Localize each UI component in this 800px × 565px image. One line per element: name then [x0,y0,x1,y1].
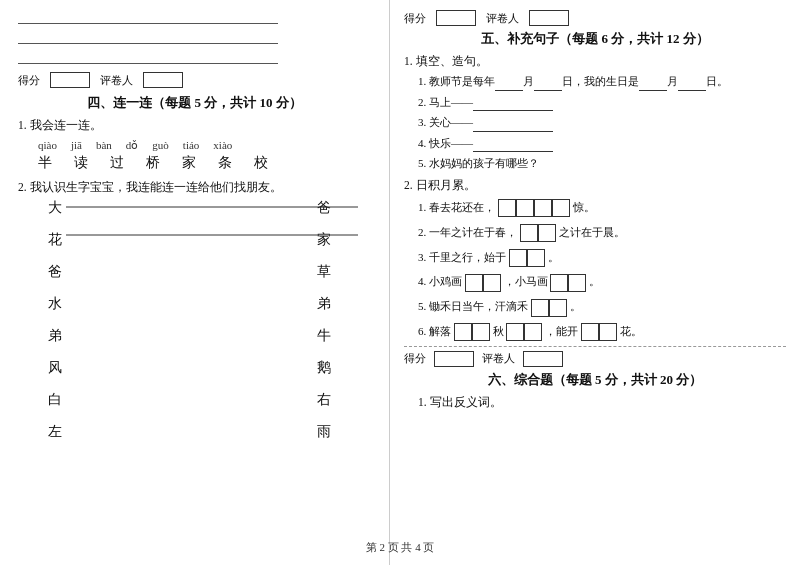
left-panel: 得分 评卷人 四、连一连（每题 5 分，共计 10 分） 1. 我会连一连。 q… [0,0,390,565]
blank-2 [473,98,553,111]
poem-4-boxes1 [465,274,501,292]
fill-item-4: 4. 快乐—— [418,135,786,153]
blank-1c [639,78,667,91]
box-5b [549,299,567,317]
page-container: 得分 评卷人 四、连一连（每题 5 分，共计 10 分） 1. 我会连一连。 q… [0,0,800,565]
poem-items: 1. 春去花还在， 惊。 2. 一年之计在于春， 之计在于晨。 [418,198,786,342]
poem-4-boxes2 [550,274,586,292]
box-6a [454,323,472,341]
hanzi-2: 读 [74,154,88,172]
rc-4: 弟 [317,295,331,313]
box-4d [568,274,586,292]
box-6f [599,323,617,341]
pinyin-7: xiào [213,139,232,152]
poem-6-boxes1 [454,323,490,341]
section6-review-box [523,351,563,367]
section6-score-box [434,351,474,367]
left-score-box [50,72,90,88]
lc-5: 弟 [48,327,62,345]
box-1d [552,199,570,217]
lc-6: 风 [48,359,62,377]
poem-2-boxes [520,224,556,242]
poem-6-boxes3 [581,323,617,341]
pinyin-5: guò [152,139,169,152]
blank-1a [495,78,523,91]
poem-5-boxes [531,299,567,317]
right-review-label: 评卷人 [486,11,519,26]
divider-1 [404,346,786,347]
box-6c [506,323,524,341]
r-q2-label: 2. 日积月累。 [404,178,786,193]
rc-7: 右 [317,391,331,409]
hanzi-7: 校 [254,154,268,172]
q2-label: 2. 我认识生字宝宝，我连能连一连给他们找朋友。 [18,180,371,195]
box-4c [550,274,568,292]
lc-2: 花 [48,231,62,249]
section5-title: 五、补充句子（每题 6 分，共计 12 分） [404,30,786,48]
lc-7: 白 [48,391,62,409]
box-4b [483,274,501,292]
box-6d [524,323,542,341]
box-3a [509,249,527,267]
blank-3 [473,119,553,132]
lc-4: 水 [48,295,62,313]
section6-review-label: 评卷人 [482,351,515,367]
left-chars-col: 大 花 爸 水 弟 风 白 左 [48,199,62,441]
fill-item-2: 2. 马上—— [418,94,786,112]
lines-top [18,10,371,64]
section6-score-label: 得分 [404,351,426,367]
rc-8: 雨 [317,423,331,441]
pinyin-1: qiào [38,139,57,152]
q1-label: 1. 我会连一连。 [18,118,371,133]
hanzi-4: 桥 [146,154,160,172]
box-2b [538,224,556,242]
box-4a [465,274,483,292]
box-1c [534,199,552,217]
connect-section: 大 花 爸 水 弟 风 白 左 爸 家 草 弟 牛 鹅 右 雨 [18,199,371,429]
hanzi-6: 条 [218,154,232,172]
right-review-box [529,10,569,26]
line-2 [18,30,278,44]
poem-1-boxes [498,199,570,217]
pinyin-row: qiào jiā bàn dǒ guò tiáo xiào [38,139,371,152]
rc-6: 鹅 [317,359,331,377]
rc-1: 爸 [317,199,331,217]
section6-q1: 1. 写出反义词。 [418,395,786,410]
fill-item-3: 3. 关心—— [418,114,786,132]
rc-5: 牛 [317,327,331,345]
poem-2: 2. 一年之计在于春， 之计在于晨。 [418,223,786,243]
box-6e [581,323,599,341]
poem-1: 1. 春去花还在， 惊。 [418,198,786,218]
poem-3-boxes [509,249,545,267]
lc-1: 大 [48,199,62,217]
fill-item-1: 1. 教师节是每年月日，我的生日是月日。 [418,73,786,91]
left-score-row: 得分 评卷人 [18,72,371,88]
pinyin-3: bàn [96,139,112,152]
pinyin-6: tiáo [183,139,200,152]
box-3b [527,249,545,267]
hanzi-5: 家 [182,154,196,172]
poem-6: 6. 解落 秋 ，能开 花。 [418,322,786,342]
box-2a [520,224,538,242]
right-score-label: 得分 [404,11,426,26]
blank-4 [473,139,553,152]
lc-3: 爸 [48,263,62,281]
pinyin-4: dǒ [126,139,139,152]
box-6b [472,323,490,341]
section4-title: 四、连一连（每题 5 分，共计 10 分） [18,94,371,112]
hanzi-row: 半 读 过 桥 家 条 校 [38,154,371,172]
box-1a [498,199,516,217]
hanzi-1: 半 [38,154,52,172]
rc-2: 家 [317,231,331,249]
right-score-row: 得分 评卷人 [404,10,786,26]
lc-8: 左 [48,423,62,441]
left-score-label: 得分 [18,73,40,88]
box-5a [531,299,549,317]
line-1 [18,10,278,24]
poem-4: 4. 小鸡画 ，小马画 。 [418,272,786,292]
poem-5: 5. 锄禾日当午，汗滴禾 。 [418,297,786,317]
right-chars-col: 爸 家 草 弟 牛 鹅 右 雨 [317,199,331,441]
fill-items: 1. 教师节是每年月日，我的生日是月日。 2. 马上—— 3. 关心—— 4. … [418,73,786,173]
fill-item-5: 5. 水妈妈的孩子有哪些？ [418,155,786,173]
poem-3: 3. 千里之行，始于 。 [418,248,786,268]
